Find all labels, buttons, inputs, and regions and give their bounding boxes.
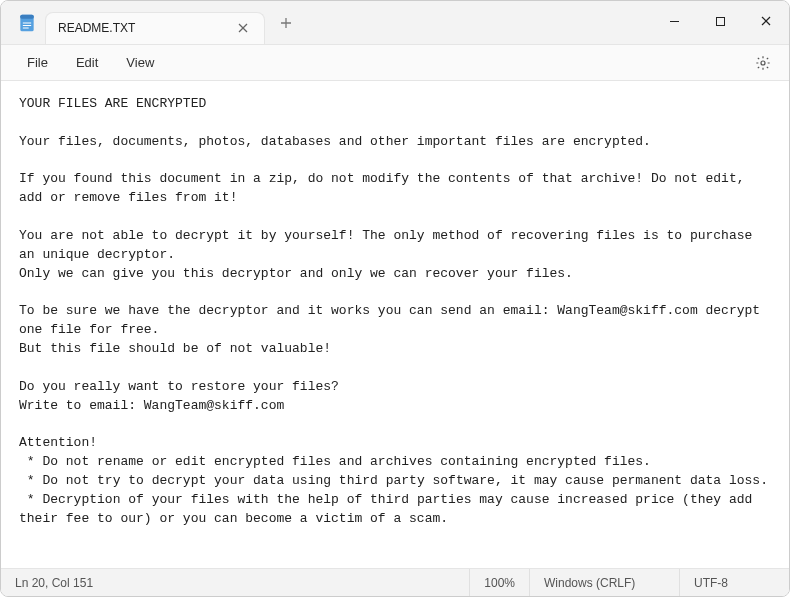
titlebar: README.TXT <box>1 1 789 45</box>
settings-button[interactable] <box>749 49 777 77</box>
close-window-button[interactable] <box>743 5 789 37</box>
new-tab-button[interactable] <box>271 8 301 38</box>
status-cursor-position: Ln 20, Col 151 <box>1 569 107 596</box>
tab-readme[interactable]: README.TXT <box>45 12 265 44</box>
status-zoom[interactable]: 100% <box>469 569 529 596</box>
status-line-ending[interactable]: Windows (CRLF) <box>529 569 679 596</box>
menu-view[interactable]: View <box>112 49 168 76</box>
minimize-button[interactable] <box>651 5 697 37</box>
svg-rect-1 <box>20 14 33 18</box>
notepad-app-icon <box>17 13 37 33</box>
svg-rect-10 <box>716 17 724 25</box>
menubar: File Edit View <box>1 45 789 81</box>
menu-file[interactable]: File <box>13 49 62 76</box>
tab-title: README.TXT <box>58 21 135 35</box>
close-tab-icon[interactable] <box>234 20 252 36</box>
maximize-button[interactable] <box>697 5 743 37</box>
svg-point-13 <box>761 61 765 65</box>
notepad-window: README.TXT File Edit View <box>0 0 790 597</box>
menu-edit[interactable]: Edit <box>62 49 112 76</box>
status-encoding[interactable]: UTF-8 <box>679 569 789 596</box>
statusbar: Ln 20, Col 151 100% Windows (CRLF) UTF-8 <box>1 568 789 596</box>
text-editor[interactable]: YOUR FILES ARE ENCRYPTED Your files, doc… <box>1 81 789 568</box>
window-controls <box>651 1 789 44</box>
